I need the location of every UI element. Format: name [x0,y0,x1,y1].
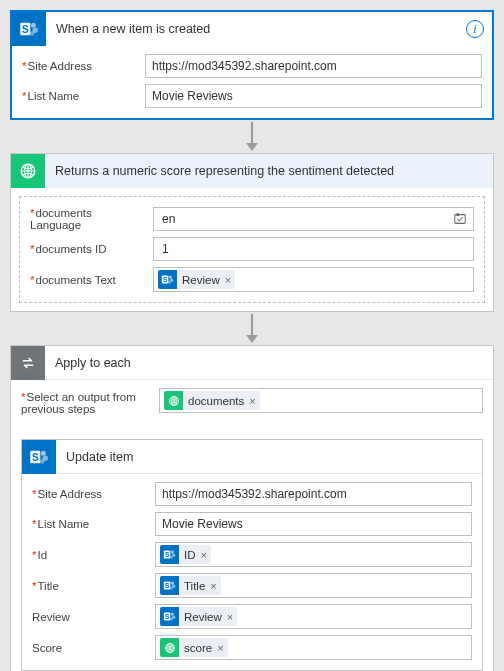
field-upd-score[interactable]: score × [155,635,472,660]
token-review[interactable]: Review × [158,270,235,289]
token-review[interactable]: Review × [160,607,237,626]
input-upd-site[interactable] [155,482,472,506]
loop-icon [11,346,45,380]
input-site-address[interactable] [145,54,482,78]
update-card[interactable]: Update item *Site Address *List Name *Id [21,439,483,671]
label-doc-id: *documents ID [30,243,145,255]
sentiment-title: Returns a numeric score representing the… [45,164,485,178]
token-id[interactable]: ID × [160,545,211,564]
apply-title: Apply to each [45,356,485,370]
trigger-title: When a new item is created [46,22,466,36]
label-upd-title: *Title [32,580,147,592]
label-site-address: *Site Address [22,60,137,72]
token-remove-icon[interactable]: × [227,611,233,623]
apply-body: *Select an output from previous steps do… [11,380,493,671]
update-title: Update item [56,450,474,464]
label-select-output: *Select an output from previous steps [21,388,151,415]
label-upd-list: *List Name [32,518,147,530]
label-upd-score: Score [32,642,147,654]
sharepoint-token-icon [158,270,177,289]
sentiment-token-icon [160,638,179,657]
label-upd-review: Review [32,611,147,623]
apply-card[interactable]: Apply to each *Select an output from pre… [10,345,494,671]
sharepoint-icon [22,440,56,474]
apply-header[interactable]: Apply to each [11,346,493,380]
token-documents[interactable]: documents × [164,391,260,410]
update-header[interactable]: Update item [22,440,482,474]
input-upd-list[interactable] [155,512,472,536]
field-doc-text[interactable]: Review × [153,267,474,292]
field-upd-title[interactable]: Title × [155,573,472,598]
token-remove-icon[interactable]: × [225,274,231,286]
update-body: *Site Address *List Name *Id ID × [22,474,482,670]
sharepoint-icon [12,12,46,46]
trigger-body: *Site Address *List Name [12,46,492,118]
sentiment-card[interactable]: Returns a numeric score representing the… [10,153,494,312]
sharepoint-token-icon [160,545,179,564]
input-list-name[interactable] [145,84,482,108]
label-doc-text: *documents Text [30,274,145,286]
sentiment-body: *documents Language en *documents ID 1 *… [19,196,485,303]
sharepoint-token-icon [160,607,179,626]
field-doc-id[interactable]: 1 [153,237,474,261]
label-upd-id: *Id [32,549,147,561]
token-title[interactable]: Title × [160,576,221,595]
field-select-output[interactable]: documents × [159,388,483,413]
token-remove-icon[interactable]: × [249,395,255,407]
label-list-name: *List Name [22,90,137,102]
field-upd-review[interactable]: Review × [155,604,472,629]
sentiment-token-icon [164,391,183,410]
label-upd-site: *Site Address [32,488,147,500]
token-remove-icon[interactable]: × [217,642,223,654]
connector-arrow [10,314,494,343]
token-score[interactable]: score × [160,638,228,657]
trigger-card[interactable]: When a new item is created i *Site Addre… [10,10,494,120]
dynamic-content-icon[interactable] [451,210,469,228]
sentiment-header[interactable]: Returns a numeric score representing the… [11,154,493,188]
field-upd-id[interactable]: ID × [155,542,472,567]
info-icon[interactable]: i [466,20,484,38]
field-doc-lang[interactable]: en [153,207,474,231]
trigger-header[interactable]: When a new item is created i [12,12,492,46]
token-remove-icon[interactable]: × [210,580,216,592]
label-doc-lang: *documents Language [30,207,145,231]
sentiment-icon [11,154,45,188]
token-remove-icon[interactable]: × [201,549,207,561]
sharepoint-token-icon [160,576,179,595]
connector-arrow [10,122,494,151]
